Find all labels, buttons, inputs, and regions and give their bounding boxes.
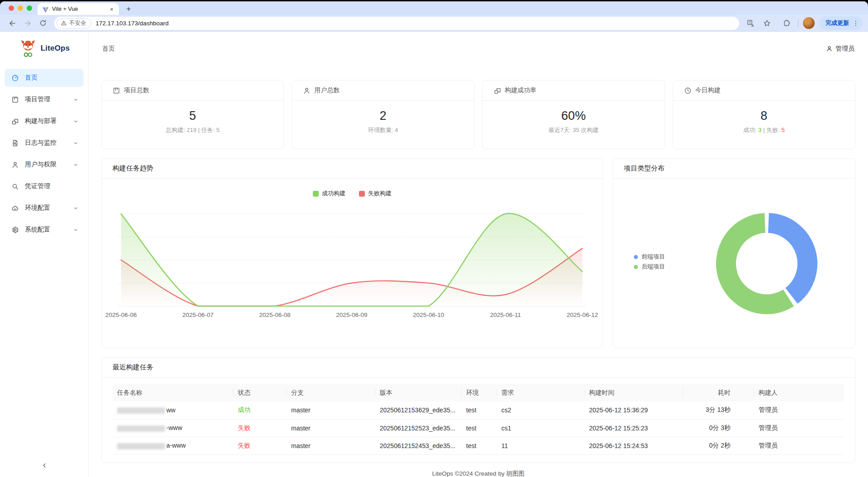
toolbar-divider — [798, 19, 798, 27]
svg-text:2025-06-08: 2025-06-08 — [259, 312, 290, 318]
stat-sub-segment: 成功: — [743, 127, 758, 133]
chevron-down-icon — [73, 97, 78, 102]
stat-title: 今日构建 — [695, 86, 721, 94]
tab-strip: Vite + Vue × + — [0, 1, 868, 15]
address-bar[interactable]: 不安全 172.17.103.173/dashboard — [54, 17, 739, 30]
cell-task-name: -www — [113, 419, 233, 437]
settings-icon — [11, 226, 19, 234]
cell-duration: 0分 3秒 — [683, 419, 754, 437]
svg-text:2025-06-12: 2025-06-12 — [566, 312, 598, 318]
cell-branch: master — [287, 437, 375, 454]
column-header-5: 需求 — [497, 384, 585, 401]
column-header-8: 构建人 — [754, 384, 844, 401]
table-row-0: ww成功master20250612153629_ede35...testcs2… — [113, 401, 844, 419]
sidebar-item-7[interactable]: 系统配置 — [5, 221, 84, 239]
cell-build-time: 2025-06-12 15:36:29 — [585, 401, 683, 419]
trend-chart-title: 构建任务趋势 — [102, 159, 603, 179]
cell-task-name: a-www — [113, 437, 233, 454]
stat-sub-segment: 5 — [781, 127, 784, 133]
app-header: 首页 管理员 — [89, 32, 868, 66]
forward-icon[interactable] — [21, 16, 34, 30]
breadcrumb[interactable]: 首页 — [102, 45, 115, 53]
stat-subtext: 最近7天: 35 次构建 — [483, 126, 665, 134]
chevron-down-icon — [73, 119, 78, 124]
sidebar-item-6[interactable]: 环境配置 — [5, 199, 84, 217]
recent-builds-table: 任务名称状态分支版本环境需求构建时间耗时构建人ww成功master2025061… — [102, 378, 855, 455]
svg-text:2025-06-10: 2025-06-10 — [413, 312, 444, 318]
credential-icon — [11, 183, 19, 190]
chevron-down-icon — [73, 227, 78, 232]
legend-item-1[interactable]: 失败构建 — [359, 189, 392, 198]
user-icon — [303, 87, 311, 94]
maximize-window-button[interactable] — [27, 5, 32, 11]
sidebar-item-0[interactable]: 首页 — [5, 69, 84, 87]
cell-builder: 管理员 — [754, 419, 844, 437]
sidebar-item-1[interactable]: 项目管理 — [5, 90, 84, 109]
logo-text: LiteOps — [41, 44, 70, 53]
deploy-icon — [11, 118, 19, 125]
stat-title: 项目总数 — [124, 86, 149, 94]
sidebar-item-label: 环境配置 — [25, 204, 67, 212]
legend-label: 后端项目 — [642, 263, 665, 271]
chrome-update-button[interactable]: 完成更新 ⋮ — [819, 16, 863, 30]
back-icon[interactable] — [5, 16, 19, 30]
sidebar-item-label: 首页 — [25, 74, 78, 82]
sidebar-item-3[interactable]: 日志与监控 — [5, 134, 84, 152]
stat-subtext: 成功: 3 | 失败: 5 — [673, 126, 855, 134]
cell-env: test — [462, 419, 497, 437]
browser-window: Vite + Vue × + 不安全 172.17.103.173/dashbo… — [0, 1, 868, 477]
sidebar-item-5[interactable]: 凭证管理 — [5, 177, 84, 195]
stat-subtext: 总构建: 219 | 任务: 5 — [102, 126, 283, 134]
table-row-2: a-www失败master20250612152453_ede35...test… — [113, 437, 844, 454]
trend-legend: 成功构建失败构建 — [102, 189, 603, 198]
column-header-7: 耗时 — [683, 384, 754, 401]
cell-status: 失败 — [233, 437, 287, 454]
minimize-window-button[interactable] — [18, 5, 23, 11]
cell-duration: 0分 2秒 — [683, 437, 754, 454]
pie-legend-item-0[interactable]: 前端项目 — [634, 252, 665, 262]
cell-duration: 3分 13秒 — [683, 401, 754, 419]
sidebar-collapse-button[interactable] — [38, 459, 51, 472]
cell-requirement: cs2 — [497, 401, 585, 419]
security-label: 不安全 — [69, 19, 86, 27]
stat-card-1: 用户总数2环境数量: 4 — [292, 80, 474, 149]
reload-icon[interactable] — [36, 16, 50, 30]
stat-subtext: 环境数量: 4 — [292, 126, 474, 134]
legend-label: 前端项目 — [642, 253, 665, 261]
stat-title: 构建成功率 — [505, 86, 537, 94]
trend-chart: 2025-06-062025-06-072025-06-082025-06-09… — [102, 198, 603, 331]
profile-avatar[interactable] — [803, 17, 815, 29]
svg-text:2025-06-09: 2025-06-09 — [336, 312, 367, 318]
stat-card-2: 构建成功率60%最近7天: 35 次构建 — [482, 80, 665, 149]
cell-build-time: 2025-06-12 15:25:23 — [585, 419, 683, 437]
sidebar: LiteOps 首页项目管理构建与部署日志与监控用户与权限凭证管理环境配置系统配… — [0, 32, 89, 477]
security-chip[interactable]: 不安全 — [57, 18, 91, 28]
cell-requirement: cs1 — [497, 419, 585, 437]
project-icon — [11, 96, 19, 104]
sidebar-item-2[interactable]: 构建与部署 — [5, 112, 84, 130]
cell-status: 成功 — [233, 401, 287, 419]
redacted-text — [117, 443, 165, 449]
header-user-menu[interactable]: 管理员 — [826, 45, 854, 53]
new-tab-button[interactable]: + — [123, 3, 134, 14]
bookmark-star-icon[interactable] — [760, 16, 774, 30]
app-logo[interactable]: LiteOps — [0, 32, 88, 65]
translate-icon[interactable]: 文A — [744, 16, 757, 30]
legend-swatch-icon — [359, 191, 365, 197]
cell-branch: master — [287, 419, 375, 437]
pie-legend-item-1[interactable]: 后端项目 — [634, 262, 665, 272]
column-header-4: 环境 — [462, 384, 497, 401]
sidebar-item-4[interactable]: 用户与权限 — [5, 156, 84, 174]
browser-tab[interactable]: Vite + Vue × — [38, 3, 119, 15]
tab-close-icon[interactable]: × — [108, 6, 115, 13]
legend-item-0[interactable]: 成功构建 — [313, 189, 345, 198]
main-content: 首页 管理员 项目总数5总构建: 219 | 任务: 5用户总数2环境数量: 4… — [89, 32, 868, 477]
close-window-button[interactable] — [9, 5, 14, 11]
cell-env: test — [462, 437, 497, 454]
env-icon — [11, 204, 19, 212]
cell-status: 失败 — [233, 419, 287, 437]
extensions-icon[interactable] — [780, 16, 793, 30]
trend-chart-card: 构建任务趋势 成功构建失败构建 2025-06-062025-06-072025… — [101, 158, 603, 348]
chrome-menu-icon[interactable]: ⋮ — [853, 19, 859, 27]
cell-builder: 管理员 — [754, 401, 844, 419]
